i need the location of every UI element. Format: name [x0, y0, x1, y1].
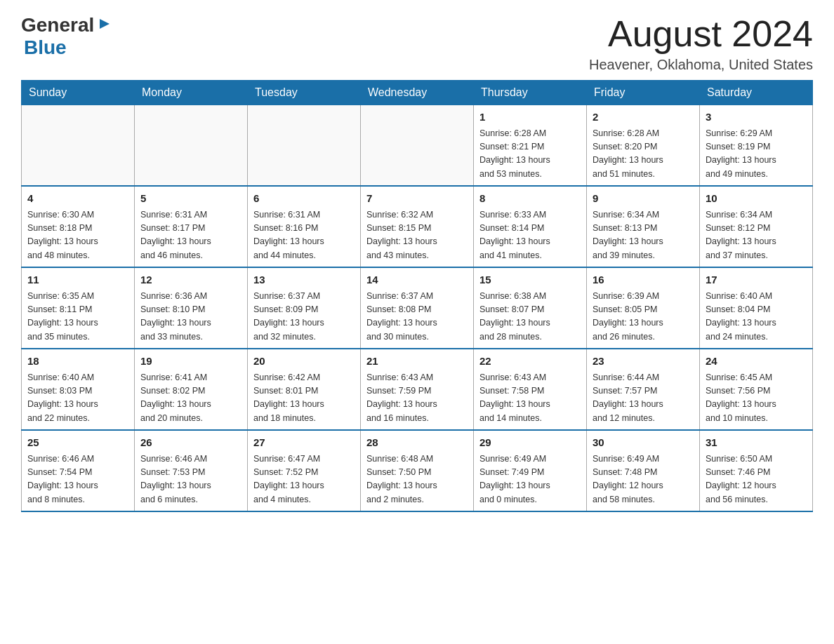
day-info: Sunrise: 6:48 AM Sunset: 7:50 PM Dayligh…	[366, 452, 468, 507]
table-row: 6Sunrise: 6:31 AM Sunset: 8:16 PM Daylig…	[248, 186, 361, 267]
calendar-week-2: 4Sunrise: 6:30 AM Sunset: 8:18 PM Daylig…	[22, 186, 813, 267]
table-row: 1Sunrise: 6:28 AM Sunset: 8:21 PM Daylig…	[474, 105, 587, 187]
logo-arrow-icon	[97, 16, 112, 32]
day-info: Sunrise: 6:40 AM Sunset: 8:03 PM Dayligh…	[27, 371, 128, 426]
calendar-header-row: Sunday Monday Tuesday Wednesday Thursday…	[22, 81, 813, 105]
day-info: Sunrise: 6:28 AM Sunset: 8:20 PM Dayligh…	[593, 127, 694, 182]
day-number: 11	[27, 272, 128, 288]
day-info: Sunrise: 6:50 AM Sunset: 7:46 PM Dayligh…	[706, 452, 807, 507]
table-row: 8Sunrise: 6:33 AM Sunset: 8:14 PM Daylig…	[474, 186, 587, 267]
day-number: 16	[593, 272, 694, 288]
col-friday: Friday	[587, 81, 700, 105]
table-row: 25Sunrise: 6:46 AM Sunset: 7:54 PM Dayli…	[22, 430, 135, 511]
table-row: 4Sunrise: 6:30 AM Sunset: 8:18 PM Daylig…	[22, 186, 135, 267]
svg-marker-0	[100, 19, 110, 29]
day-info: Sunrise: 6:43 AM Sunset: 7:58 PM Dayligh…	[479, 371, 581, 426]
day-number: 10	[706, 191, 807, 207]
day-number: 6	[253, 191, 355, 207]
day-number: 20	[253, 354, 355, 370]
day-info: Sunrise: 6:36 AM Sunset: 8:10 PM Dayligh…	[140, 290, 241, 344]
day-number: 4	[27, 191, 128, 207]
day-number: 22	[479, 354, 581, 370]
day-number: 7	[366, 191, 468, 207]
table-row: 27Sunrise: 6:47 AM Sunset: 7:52 PM Dayli…	[248, 430, 361, 511]
table-row: 24Sunrise: 6:45 AM Sunset: 7:56 PM Dayli…	[700, 349, 813, 430]
table-row: 22Sunrise: 6:43 AM Sunset: 7:58 PM Dayli…	[474, 349, 587, 430]
table-row: 9Sunrise: 6:34 AM Sunset: 8:13 PM Daylig…	[587, 186, 700, 267]
day-info: Sunrise: 6:40 AM Sunset: 8:04 PM Dayligh…	[706, 290, 807, 344]
location-subtitle: Heavener, Oklahoma, United States	[589, 57, 813, 73]
day-number: 9	[593, 191, 694, 207]
day-number: 1	[479, 109, 581, 126]
day-info: Sunrise: 6:38 AM Sunset: 8:07 PM Dayligh…	[479, 290, 581, 344]
table-row: 18Sunrise: 6:40 AM Sunset: 8:03 PM Dayli…	[22, 349, 135, 430]
day-info: Sunrise: 6:30 AM Sunset: 8:18 PM Dayligh…	[27, 208, 128, 263]
day-info: Sunrise: 6:41 AM Sunset: 8:02 PM Dayligh…	[140, 371, 241, 426]
col-monday: Monday	[135, 81, 248, 105]
day-number: 31	[706, 435, 807, 451]
day-info: Sunrise: 6:39 AM Sunset: 8:05 PM Dayligh…	[593, 290, 694, 344]
table-row: 26Sunrise: 6:46 AM Sunset: 7:53 PM Dayli…	[135, 430, 248, 511]
day-number: 3	[706, 109, 807, 126]
day-number: 17	[706, 272, 807, 288]
day-info: Sunrise: 6:35 AM Sunset: 8:11 PM Dayligh…	[27, 290, 128, 344]
table-row: 3Sunrise: 6:29 AM Sunset: 8:19 PM Daylig…	[700, 105, 813, 187]
day-info: Sunrise: 6:34 AM Sunset: 8:12 PM Dayligh…	[706, 208, 807, 263]
day-number: 2	[593, 109, 694, 126]
day-info: Sunrise: 6:29 AM Sunset: 8:19 PM Dayligh…	[706, 127, 807, 182]
day-info: Sunrise: 6:49 AM Sunset: 7:49 PM Dayligh…	[479, 452, 581, 507]
table-row	[135, 105, 248, 187]
table-row: 2Sunrise: 6:28 AM Sunset: 8:20 PM Daylig…	[587, 105, 700, 187]
logo-general-text: General	[21, 14, 94, 36]
logo-blue-text: Blue	[24, 36, 67, 59]
title-block: August 2024 Heavener, Oklahoma, United S…	[589, 14, 813, 73]
day-info: Sunrise: 6:28 AM Sunset: 8:21 PM Dayligh…	[479, 127, 581, 182]
table-row: 28Sunrise: 6:48 AM Sunset: 7:50 PM Dayli…	[361, 430, 474, 511]
day-info: Sunrise: 6:44 AM Sunset: 7:57 PM Dayligh…	[593, 371, 694, 426]
table-row: 20Sunrise: 6:42 AM Sunset: 8:01 PM Dayli…	[248, 349, 361, 430]
day-number: 23	[593, 354, 694, 370]
table-row: 12Sunrise: 6:36 AM Sunset: 8:10 PM Dayli…	[135, 267, 248, 349]
calendar-week-3: 11Sunrise: 6:35 AM Sunset: 8:11 PM Dayli…	[22, 267, 813, 349]
day-number: 13	[253, 272, 355, 288]
table-row: 17Sunrise: 6:40 AM Sunset: 8:04 PM Dayli…	[700, 267, 813, 349]
day-number: 30	[593, 435, 694, 451]
day-info: Sunrise: 6:33 AM Sunset: 8:14 PM Dayligh…	[479, 208, 581, 263]
table-row	[22, 105, 135, 187]
day-info: Sunrise: 6:31 AM Sunset: 8:16 PM Dayligh…	[253, 208, 355, 263]
day-info: Sunrise: 6:49 AM Sunset: 7:48 PM Dayligh…	[593, 452, 694, 507]
table-row	[361, 105, 474, 187]
table-row: 23Sunrise: 6:44 AM Sunset: 7:57 PM Dayli…	[587, 349, 700, 430]
table-row: 29Sunrise: 6:49 AM Sunset: 7:49 PM Dayli…	[474, 430, 587, 511]
table-row	[248, 105, 361, 187]
day-number: 8	[479, 191, 581, 207]
day-info: Sunrise: 6:42 AM Sunset: 8:01 PM Dayligh…	[253, 371, 355, 426]
col-saturday: Saturday	[700, 81, 813, 105]
day-number: 12	[140, 272, 241, 288]
table-row: 11Sunrise: 6:35 AM Sunset: 8:11 PM Dayli…	[22, 267, 135, 349]
table-row: 30Sunrise: 6:49 AM Sunset: 7:48 PM Dayli…	[587, 430, 700, 511]
day-number: 29	[479, 435, 581, 451]
col-tuesday: Tuesday	[248, 81, 361, 105]
calendar-week-4: 18Sunrise: 6:40 AM Sunset: 8:03 PM Dayli…	[22, 349, 813, 430]
col-thursday: Thursday	[474, 81, 587, 105]
logo: General Blue	[21, 14, 112, 59]
day-number: 5	[140, 191, 241, 207]
day-number: 14	[366, 272, 468, 288]
day-info: Sunrise: 6:46 AM Sunset: 7:54 PM Dayligh…	[27, 452, 128, 507]
day-info: Sunrise: 6:46 AM Sunset: 7:53 PM Dayligh…	[140, 452, 241, 507]
table-row: 31Sunrise: 6:50 AM Sunset: 7:46 PM Dayli…	[700, 430, 813, 511]
calendar-week-5: 25Sunrise: 6:46 AM Sunset: 7:54 PM Dayli…	[22, 430, 813, 511]
table-row: 10Sunrise: 6:34 AM Sunset: 8:12 PM Dayli…	[700, 186, 813, 267]
page-header: General Blue August 2024 Heavener, Oklah…	[21, 14, 813, 73]
day-number: 27	[253, 435, 355, 451]
month-title: August 2024	[589, 14, 813, 54]
day-info: Sunrise: 6:37 AM Sunset: 8:09 PM Dayligh…	[253, 290, 355, 344]
table-row: 5Sunrise: 6:31 AM Sunset: 8:17 PM Daylig…	[135, 186, 248, 267]
col-sunday: Sunday	[22, 81, 135, 105]
day-info: Sunrise: 6:43 AM Sunset: 7:59 PM Dayligh…	[366, 371, 468, 426]
day-info: Sunrise: 6:47 AM Sunset: 7:52 PM Dayligh…	[253, 452, 355, 507]
day-info: Sunrise: 6:31 AM Sunset: 8:17 PM Dayligh…	[140, 208, 241, 263]
table-row: 16Sunrise: 6:39 AM Sunset: 8:05 PM Dayli…	[587, 267, 700, 349]
table-row: 7Sunrise: 6:32 AM Sunset: 8:15 PM Daylig…	[361, 186, 474, 267]
